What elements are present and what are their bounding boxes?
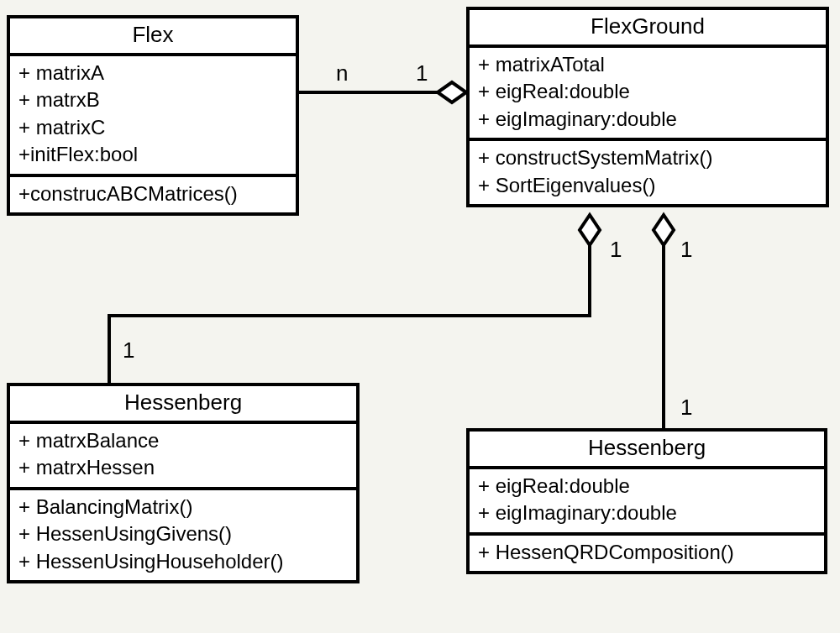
class-flexground-attrs: + matrixATotal + eigReal:double + eigIma…	[470, 48, 826, 138]
class-hessenberg-right-ops: + HessenQRDComposition()	[470, 532, 824, 571]
class-flex-title: Flex	[10, 18, 296, 56]
class-hessenberg-right-attrs: + eigReal:double + eigImaginary:double	[470, 469, 824, 532]
class-flex-ops: +construcABCMatrices()	[10, 174, 296, 212]
attr-row: + eigReal:double	[478, 473, 816, 500]
attr-row: + matrxHessen	[18, 454, 348, 481]
attr-row: + matrixC	[18, 114, 287, 141]
attr-row: +initFlex:bool	[18, 141, 287, 168]
op-row: +construcABCMatrices()	[18, 180, 287, 207]
op-row: + SortEigenvalues()	[478, 172, 817, 199]
class-hessenberg-left: Hessenberg + matrxBalance + matrxHessen …	[7, 383, 360, 583]
multiplicity-1: 1	[680, 237, 692, 263]
class-hessenberg-right-title: Hessenberg	[470, 432, 824, 469]
class-flexground: FlexGround + matrixATotal + eigReal:doub…	[466, 7, 829, 207]
op-row: + constructSystemMatrix()	[478, 144, 817, 171]
attr-row: + matrixA	[18, 60, 287, 86]
assoc-flexground-hess1	[109, 215, 613, 391]
class-flexground-title: FlexGround	[470, 10, 826, 48]
svg-marker-1	[438, 82, 466, 102]
class-hessenberg-left-ops: + BalancingMatrix() + HessenUsingGivens(…	[10, 487, 356, 580]
class-hessenberg-left-title: Hessenberg	[10, 386, 356, 424]
op-row: + HessenUsingGivens()	[18, 521, 348, 547]
attr-row: + eigImaginary:double	[478, 500, 816, 526]
svg-marker-2	[580, 215, 600, 245]
svg-marker-3	[654, 215, 674, 245]
op-row: + BalancingMatrix()	[18, 494, 348, 521]
multiplicity-1: 1	[416, 60, 428, 86]
class-flexground-ops: + constructSystemMatrix() + SortEigenval…	[470, 138, 826, 204]
attr-row: + eigReal:double	[478, 78, 817, 105]
multiplicity-n: n	[336, 60, 348, 86]
assoc-flex-flexground	[299, 76, 467, 109]
attr-row: + matrixATotal	[478, 51, 817, 78]
attr-row: + eigImaginary:double	[478, 106, 817, 133]
op-row: + HessenUsingHouseholder()	[18, 548, 348, 575]
multiplicity-1: 1	[610, 237, 622, 263]
multiplicity-1: 1	[123, 337, 134, 364]
class-flex-attrs: + matrixA + matrxB + matrixC +initFlex:b…	[10, 56, 296, 174]
class-flex: Flex + matrixA + matrxB + matrixC +initF…	[7, 15, 299, 216]
attr-row: + matrxBalance	[18, 427, 348, 454]
class-hessenberg-left-attrs: + matrxBalance + matrxHessen	[10, 424, 356, 487]
attr-row: + matrxB	[18, 86, 287, 113]
op-row: + HessenQRDComposition()	[478, 539, 816, 566]
multiplicity-1: 1	[680, 395, 692, 421]
class-hessenberg-right: Hessenberg + eigReal:double + eigImagina…	[466, 428, 827, 574]
